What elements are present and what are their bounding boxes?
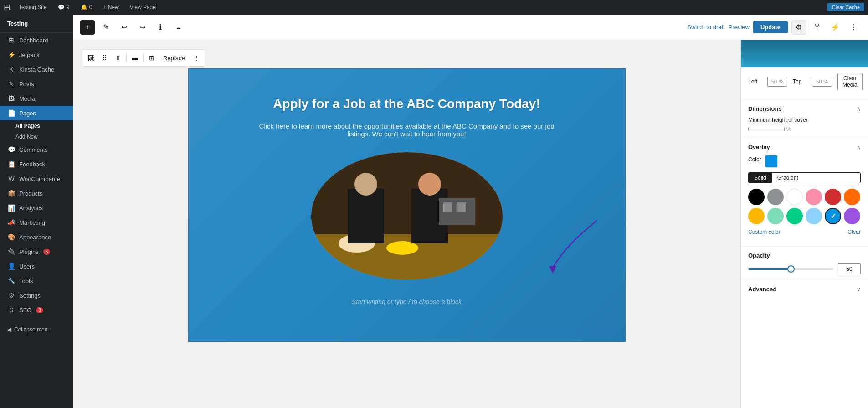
sidebar-item-products[interactable]: 📦 Products	[0, 186, 73, 201]
left-input[interactable]: 50 %	[767, 77, 787, 87]
undo-button[interactable]: ↩	[117, 20, 131, 35]
admin-bar: ⊞ Testing Site 💬 9 🔔 0 + New View Page C…	[0, 0, 868, 15]
color-green[interactable]	[786, 208, 803, 224]
sidebar-item-appearance[interactable]: 🎨 Appearance	[0, 230, 73, 244]
advanced-chevron[interactable]: ∨	[857, 286, 861, 293]
cover-subtitle[interactable]: Click here to learn more about the oppor…	[247, 122, 566, 138]
editor-body: 🖼 ⠿ ⬍ ▬ ⊞ Replace ⋮ Apply for a Job at t…	[73, 40, 868, 408]
arrow-annotation	[534, 213, 616, 286]
color-light-green[interactable]	[767, 208, 784, 224]
block-toolbar: 🖼 ⠿ ⬍ ▬ ⊞ Replace ⋮	[82, 49, 205, 67]
performance-button[interactable]: ⚡	[828, 20, 842, 35]
sidebar-item-comments[interactable]: 💬 Comments	[0, 142, 73, 157]
sidebar-item-media[interactable]: 🖼 Media	[0, 91, 73, 106]
overlay-chevron[interactable]: ∧	[857, 144, 861, 150]
clear-cache-button[interactable]: Clear Cache	[827, 3, 864, 11]
sidebar-item-posts[interactable]: ✎ Posts	[0, 77, 73, 91]
color-yellow[interactable]	[748, 208, 765, 224]
edit-mode-button[interactable]: ✎	[98, 20, 113, 35]
align-button[interactable]: ▬	[128, 52, 141, 64]
cover-title[interactable]: Apply for a Job at the ABC Company Today…	[273, 97, 540, 111]
products-icon: 📦	[7, 190, 15, 197]
custom-color-link[interactable]: Custom color	[748, 229, 781, 235]
admin-bar-site-name[interactable]: Testing Site	[16, 0, 50, 15]
submenu-add-new[interactable]: Add New	[15, 131, 73, 142]
sidebar-item-marketing[interactable]: 📣 Marketing	[0, 215, 73, 230]
chef-image	[311, 152, 503, 280]
sidebar-item-kinsta-cache[interactable]: K Kinsta Cache	[0, 62, 73, 77]
admin-bar-view-page[interactable]: View Page	[127, 0, 159, 15]
opacity-section: Opacity	[741, 247, 868, 280]
list-view-button[interactable]: ≡	[171, 20, 186, 35]
sidebar-item-dashboard[interactable]: ⊞ Dashboard	[0, 33, 73, 47]
cover-block[interactable]: Apply for a Job at the ABC Company Today…	[188, 68, 626, 342]
sidebar-item-settings[interactable]: ⚙ Settings	[0, 288, 73, 303]
sidebar-item-seo[interactable]: S SEO 3	[0, 303, 73, 317]
sidebar-item-tools[interactable]: 🔧 Tools	[0, 274, 73, 288]
opacity-slider[interactable]	[748, 268, 833, 270]
color-white[interactable]	[786, 189, 803, 205]
color-gray[interactable]	[767, 189, 784, 205]
top-input[interactable]: 50 %	[812, 77, 832, 87]
sidebar-item-woocommerce[interactable]: W WooCommerce	[0, 171, 73, 186]
sidebar-item-pages[interactable]: 📄 Pages	[0, 106, 73, 120]
clear-media-button[interactable]: Clear Media	[837, 73, 863, 90]
redo-button[interactable]: ↪	[135, 20, 149, 35]
more-tools-button[interactable]: ⋮	[846, 20, 861, 35]
settings-icon: ⚙	[7, 292, 15, 299]
color-orange[interactable]	[844, 189, 860, 205]
more-options-button[interactable]: ⋮	[190, 52, 203, 64]
position-row: Left 50 % Top 50 % Clear Media	[748, 73, 861, 90]
right-panel: Left 50 % Top 50 % Clear Media	[740, 40, 868, 408]
admin-bar-new[interactable]: + New	[100, 0, 121, 15]
sidebar: Testing ⊞ Dashboard ⚡ Jetpack K Kinsta C…	[0, 15, 73, 408]
update-button[interactable]: Update	[753, 21, 788, 33]
yoast-button[interactable]: Y	[810, 20, 824, 35]
info-button[interactable]: ℹ	[153, 20, 168, 35]
admin-bar-notifications[interactable]: 🔔 0	[78, 0, 95, 15]
sidebar-item-plugins[interactable]: 🔌 Plugins 5	[0, 244, 73, 259]
editor-toolbar: ＋ ✎ ↩ ↪ ℹ ≡ Switch to draft Preview Upda…	[73, 15, 868, 40]
preview-button[interactable]: Preview	[729, 24, 750, 31]
content-area: ＋ ✎ ↩ ↪ ℹ ≡ Switch to draft Preview Upda…	[73, 15, 868, 408]
tools-icon: 🔧	[7, 277, 15, 284]
add-block-button[interactable]: ＋	[80, 20, 95, 35]
wp-logo-icon[interactable]: ⊞	[4, 2, 10, 12]
dimensions-chevron[interactable]: ∧	[857, 106, 861, 112]
sidebar-item-analytics[interactable]: 📊 Analytics	[0, 201, 73, 215]
sidebar-item-users[interactable]: 👤 Users	[0, 259, 73, 274]
sidebar-item-feedback[interactable]: 📋 Feedback	[0, 157, 73, 171]
min-height-unit: %	[786, 126, 791, 132]
canvas-area[interactable]: 🖼 ⠿ ⬍ ▬ ⊞ Replace ⋮ Apply for a Job at t…	[73, 40, 740, 408]
replace-button[interactable]: Replace	[159, 52, 189, 64]
sidebar-item-jetpack[interactable]: ⚡ Jetpack	[0, 47, 73, 62]
color-black[interactable]	[748, 189, 765, 205]
cover-placeholder-text[interactable]: Start writing or type / to choose a bloc…	[352, 298, 462, 305]
advanced-section[interactable]: Advanced ∨	[741, 280, 868, 298]
color-red[interactable]	[825, 189, 841, 205]
move-up-down[interactable]: ⬍	[112, 52, 124, 64]
pages-icon: 📄	[7, 109, 15, 117]
left-label: Left	[748, 78, 762, 85]
collapse-menu[interactable]: ◀ Collapse menu	[0, 321, 73, 338]
solid-tab[interactable]: Solid	[749, 173, 772, 183]
gradient-tab[interactable]: Gradient	[772, 173, 804, 183]
color-blue-selected[interactable]: ✓	[825, 208, 841, 224]
drag-handle[interactable]: ⠿	[98, 52, 111, 64]
overlay-color-swatch[interactable]	[765, 155, 778, 168]
clear-color-button[interactable]: Clear	[847, 229, 861, 235]
switch-to-draft-button[interactable]: Switch to draft	[687, 24, 724, 31]
min-height-input[interactable]	[748, 127, 785, 131]
color-light-blue[interactable]	[806, 208, 822, 224]
admin-bar-comments[interactable]: 💬 9	[55, 0, 72, 15]
color-pink[interactable]	[806, 189, 822, 205]
opacity-handle[interactable]	[787, 265, 795, 273]
submenu-all-pages[interactable]: All Pages	[15, 120, 73, 131]
opacity-input[interactable]	[838, 263, 861, 274]
overlay-color-label: Color	[748, 156, 761, 163]
block-type-button[interactable]: 🖼	[84, 52, 97, 64]
settings-panel-button[interactable]: ⚙	[791, 20, 806, 35]
comments-icon: 💬	[7, 146, 15, 153]
color-purple[interactable]	[844, 208, 860, 224]
fullscreen-toggle[interactable]: ⊞	[145, 52, 158, 64]
